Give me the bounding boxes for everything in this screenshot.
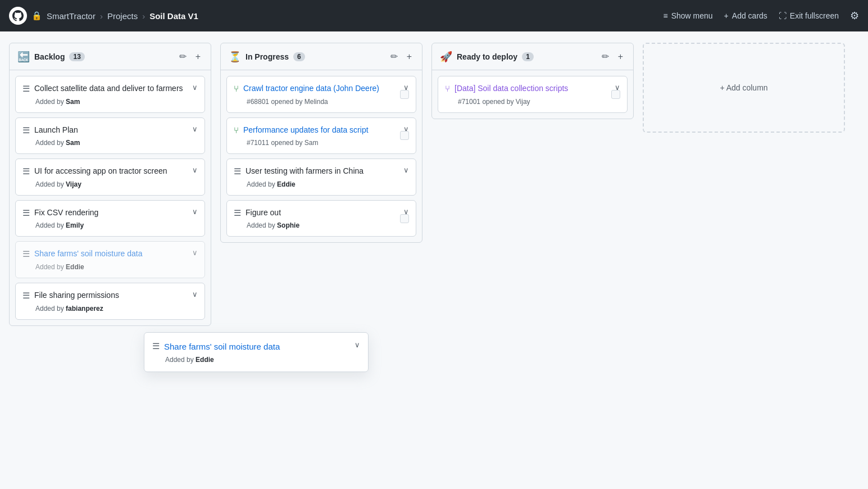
card-title[interactable]: [Data] Soil data collection scripts — [455, 83, 610, 94]
card-meta: #71011 opened by Sam — [234, 139, 409, 147]
note-icon: ☰ — [22, 291, 30, 301]
card-title: Collect satellite data and deliver to fa… — [34, 83, 188, 94]
card-in-progress-4: ☰ Figure out ∨ Added by Sophie — [226, 200, 416, 237]
breadcrumb-projects[interactable]: Projects — [107, 11, 138, 21]
card-in-progress-2: ⑂ Performance updates for data script ∨ … — [226, 117, 416, 155]
backlog-count: 13 — [69, 52, 84, 61]
header: 🔒 SmartTractor › Projects › Soil Data V1… — [0, 0, 868, 31]
add-cards-label: Add cards — [732, 11, 767, 20]
chevron-down-icon[interactable]: ∨ — [192, 166, 198, 174]
breadcrumb-sep-1: › — [100, 11, 103, 21]
note-icon: ☰ — [22, 125, 30, 135]
card-backlog-5: ☰ Share farms' soil moisture data ∨ Adde… — [15, 241, 205, 278]
card-backlog-2: ☰ Launch Plan ∨ Added by Sam — [15, 117, 205, 155]
backlog-add-button[interactable]: + — [193, 50, 203, 63]
lock-icon: 🔒 — [31, 11, 42, 21]
in-progress-add-button[interactable]: + — [405, 50, 414, 63]
card-title[interactable]: Share farms' soil moisture data — [34, 248, 188, 260]
card-title[interactable]: Performance updates for data script — [243, 125, 399, 136]
column-ready-to-deploy: 🚀 Ready to deploy 1 ✏ + ⑂ [Data] Soil da… — [431, 43, 634, 119]
in-progress-cards: ⑂ Crawl tractor engine data (John Deere)… — [221, 70, 422, 242]
fullscreen-icon: ⛶ — [779, 11, 787, 20]
column-backlog: 🔙 Backlog 13 ✏ + ☰ Collect satellite dat… — [9, 43, 211, 326]
add-cards-button[interactable]: + Add cards — [724, 11, 767, 20]
ready-to-deploy-cards: ⑂ [Data] Soil data collection scripts ∨ … — [432, 70, 633, 119]
backlog-actions: ✏ + — [177, 50, 203, 63]
note-icon: ☰ — [152, 341, 160, 351]
exit-fullscreen-label: Exit fullscreen — [790, 11, 839, 20]
card-checkbox[interactable] — [400, 131, 409, 140]
card-author: Sam — [66, 98, 80, 106]
chevron-down-icon[interactable]: ∨ — [192, 207, 198, 216]
card-checkbox[interactable] — [611, 90, 620, 99]
note-icon: ☰ — [234, 166, 241, 176]
card-title: User testing with farmers in China — [246, 166, 399, 177]
note-icon: ☰ — [234, 208, 241, 218]
breadcrumb-smarttractor[interactable]: SmartTractor — [47, 11, 96, 21]
add-column-button[interactable]: + Add column — [643, 43, 845, 133]
chevron-down-icon[interactable]: ∨ — [192, 290, 198, 298]
backlog-edit-button[interactable]: ✏ — [177, 50, 189, 63]
menu-icon: ≡ — [664, 11, 668, 20]
popup-card-meta: Added by Eddie — [152, 356, 360, 364]
chevron-down-icon[interactable]: ∨ — [403, 166, 409, 174]
card-author: Eddie — [66, 263, 84, 271]
card-title: Launch Plan — [34, 125, 188, 136]
card-author: fabianperez — [66, 305, 103, 313]
card-meta: Added by Eddie — [234, 180, 409, 188]
plus-icon: + — [724, 11, 729, 20]
chevron-down-icon[interactable]: ∨ — [355, 341, 360, 349]
card-backlog-6: ☰ File sharing permissions ∨ Added by fa… — [15, 283, 205, 320]
card-backlog-1: ☰ Collect satellite data and deliver to … — [15, 76, 205, 113]
header-actions: ≡ Show menu + Add cards ⛶ Exit fullscree… — [664, 10, 860, 22]
in-progress-icon: ⏳ — [229, 51, 241, 63]
card-title: UI for accessing app on tractor screen — [34, 166, 188, 177]
chevron-down-icon[interactable]: ∨ — [192, 248, 198, 257]
show-menu-button[interactable]: ≡ Show menu — [664, 11, 713, 20]
card-meta: Added by Emily — [22, 221, 198, 229]
card-meta: Added by fabianperez — [22, 305, 198, 313]
pr-icon: ⑂ — [234, 84, 239, 93]
ready-to-deploy-add-button[interactable]: + — [616, 50, 625, 63]
card-meta: Added by Vijay — [22, 180, 198, 188]
card-checkbox[interactable] — [400, 90, 409, 99]
breadcrumb-current: Soil Data V1 — [149, 11, 198, 21]
ready-to-deploy-actions: ✏ + — [599, 50, 625, 63]
card-backlog-3: ☰ UI for accessing app on tractor screen… — [15, 159, 205, 196]
popup-card-title[interactable]: Share farms' soil moisture data — [164, 341, 350, 352]
card-in-progress-3: ☰ User testing with farmers in China ∨ A… — [226, 159, 416, 196]
column-in-progress: ⏳ In Progress 6 ✏ + ⑂ Crawl tractor engi… — [220, 43, 422, 243]
card-checkbox[interactable] — [400, 214, 409, 223]
card-author: Eddie — [277, 180, 296, 188]
card-meta: #71001 opened by Vijay — [445, 98, 620, 106]
note-icon: ☰ — [22, 84, 30, 94]
popup-card-author: Eddie — [196, 356, 214, 364]
popup-card: ☰ Share farms' soil moisture data ∨ Adde… — [144, 332, 369, 372]
card-in-progress-1: ⑂ Crawl tractor engine data (John Deere)… — [226, 76, 416, 113]
ready-to-deploy-edit-button[interactable]: ✏ — [599, 50, 611, 63]
exit-fullscreen-button[interactable]: ⛶ Exit fullscreen — [779, 11, 839, 20]
column-header-backlog: 🔙 Backlog 13 ✏ + — [10, 43, 211, 70]
backlog-cards: ☰ Collect satellite data and deliver to … — [10, 70, 211, 325]
card-backlog-4: ☰ Fix CSV rendering ∨ Added by Emily — [15, 200, 205, 237]
in-progress-title: In Progress — [246, 52, 289, 61]
card-title[interactable]: Crawl tractor engine data (John Deere) — [243, 83, 399, 94]
show-menu-label: Show menu — [671, 11, 713, 20]
column-header-ready-to-deploy: 🚀 Ready to deploy 1 ✏ + — [432, 43, 633, 70]
in-progress-edit-button[interactable]: ✏ — [388, 50, 400, 63]
card-meta: Added by Sophie — [234, 221, 409, 229]
add-column-label: + Add column — [720, 83, 767, 92]
card-meta: #68801 opened by Melinda — [234, 98, 409, 106]
ready-to-deploy-count: 1 — [522, 52, 534, 61]
ready-to-deploy-title: Ready to deploy — [457, 52, 517, 61]
card-author: Vijay — [66, 180, 81, 188]
note-icon: ☰ — [22, 208, 30, 218]
in-progress-count: 6 — [293, 52, 305, 61]
chevron-down-icon[interactable]: ∨ — [192, 125, 198, 133]
backlog-title: Backlog — [34, 52, 65, 61]
board-container: 🔙 Backlog 13 ✏ + ☰ Collect satellite dat… — [0, 31, 868, 489]
backlog-icon: 🔙 — [17, 51, 30, 63]
card-meta: Added by Eddie — [22, 263, 198, 271]
settings-button[interactable]: ⚙ — [850, 10, 859, 22]
chevron-down-icon[interactable]: ∨ — [192, 83, 198, 92]
